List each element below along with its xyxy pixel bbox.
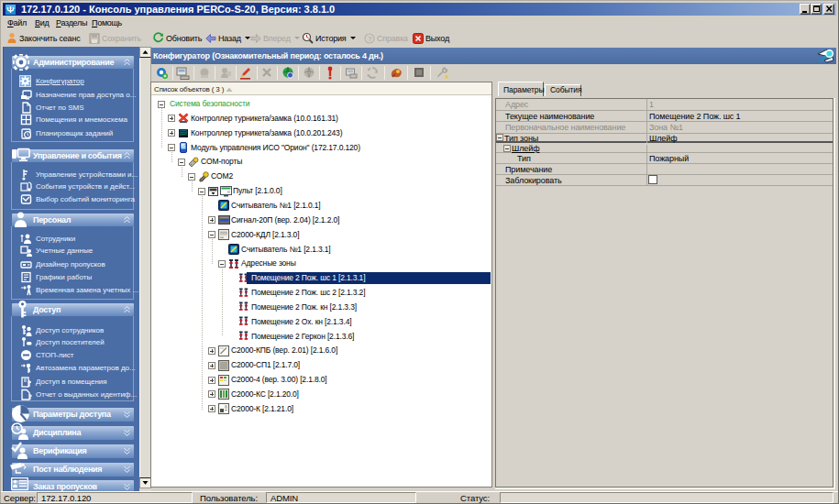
- svg-text:?: ?: [368, 35, 372, 43]
